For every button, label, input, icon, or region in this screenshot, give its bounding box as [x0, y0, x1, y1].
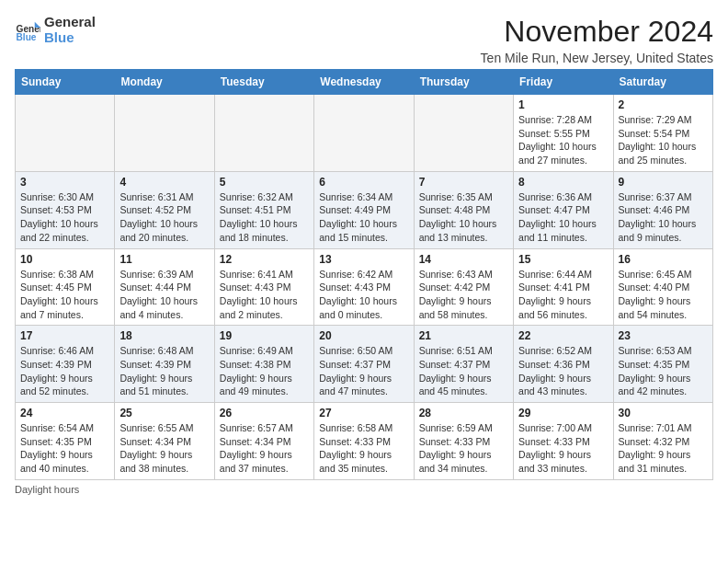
page-header: General Blue General Blue November 2024 … [15, 15, 713, 65]
day-number: 21 [419, 329, 508, 342]
calendar-header-monday: Monday [115, 70, 214, 95]
day-number: 17 [20, 329, 109, 342]
month-title: November 2024 [481, 15, 713, 49]
day-number: 3 [20, 176, 109, 189]
day-info: Sunrise: 6:44 AMSunset: 4:41 PMDaylight:… [518, 268, 608, 322]
calendar-day-cell [214, 95, 313, 172]
day-number: 29 [518, 407, 608, 419]
day-info: Sunrise: 7:28 AMSunset: 5:55 PMDaylight:… [518, 113, 608, 167]
day-number: 28 [419, 407, 508, 419]
day-info: Sunrise: 6:53 AMSunset: 4:35 PMDaylight:… [619, 344, 708, 398]
day-info: Sunrise: 6:41 AMSunset: 4:43 PMDaylight:… [220, 268, 309, 322]
calendar-header-wednesday: Wednesday [314, 70, 414, 95]
day-info: Sunrise: 6:37 AMSunset: 4:46 PMDaylight:… [619, 190, 708, 245]
footer-note: Daylight hours [15, 484, 713, 495]
day-info: Sunrise: 6:49 AMSunset: 4:38 PMDaylight:… [220, 344, 309, 398]
day-info: Sunrise: 6:57 AMSunset: 4:34 PMDaylight:… [220, 421, 309, 476]
day-number: 10 [20, 253, 109, 266]
calendar-day-cell: 28Sunrise: 6:59 AMSunset: 4:33 PMDayligh… [414, 403, 513, 480]
day-info: Sunrise: 6:38 AMSunset: 4:45 PMDaylight:… [20, 268, 109, 322]
calendar-day-cell: 18Sunrise: 6:48 AMSunset: 4:39 PMDayligh… [115, 326, 214, 403]
calendar-day-cell: 10Sunrise: 6:38 AMSunset: 4:45 PMDayligh… [16, 248, 115, 326]
calendar-day-cell: 26Sunrise: 6:57 AMSunset: 4:34 PMDayligh… [214, 403, 313, 480]
day-info: Sunrise: 6:39 AMSunset: 4:44 PMDaylight:… [119, 268, 209, 322]
day-info: Sunrise: 6:30 AMSunset: 4:53 PMDaylight:… [20, 190, 109, 245]
calendar-day-cell: 29Sunrise: 7:00 AMSunset: 4:33 PMDayligh… [514, 403, 613, 480]
day-number: 26 [220, 407, 309, 419]
title-area: November 2024 Ten Mile Run, New Jersey, … [481, 15, 713, 65]
calendar-day-cell: 21Sunrise: 6:51 AMSunset: 4:37 PMDayligh… [414, 326, 513, 403]
day-info: Sunrise: 6:54 AMSunset: 4:35 PMDaylight:… [20, 421, 109, 476]
day-info: Sunrise: 6:55 AMSunset: 4:34 PMDaylight:… [119, 421, 209, 476]
calendar-day-cell: 4Sunrise: 6:31 AMSunset: 4:52 PMDaylight… [115, 171, 214, 248]
calendar-day-cell: 5Sunrise: 6:32 AMSunset: 4:51 PMDaylight… [214, 171, 313, 248]
location-title: Ten Mile Run, New Jersey, United States [481, 51, 713, 65]
calendar-day-cell: 2Sunrise: 7:29 AMSunset: 5:54 PMDaylight… [613, 95, 712, 172]
day-number: 25 [119, 407, 209, 419]
day-number: 16 [619, 253, 708, 266]
day-number: 1 [518, 98, 608, 111]
calendar-day-cell: 22Sunrise: 6:52 AMSunset: 4:36 PMDayligh… [514, 326, 613, 403]
calendar-header-saturday: Saturday [613, 70, 712, 95]
calendar-day-cell: 17Sunrise: 6:46 AMSunset: 4:39 PMDayligh… [16, 326, 115, 403]
day-number: 4 [119, 176, 209, 189]
day-info: Sunrise: 6:42 AMSunset: 4:43 PMDaylight:… [319, 268, 408, 322]
day-info: Sunrise: 6:43 AMSunset: 4:42 PMDaylight:… [419, 268, 508, 322]
calendar-day-cell [414, 95, 513, 172]
day-info: Sunrise: 6:50 AMSunset: 4:37 PMDaylight:… [319, 344, 408, 398]
calendar-header-sunday: Sunday [16, 70, 115, 95]
day-number: 18 [119, 329, 209, 342]
day-info: Sunrise: 6:48 AMSunset: 4:39 PMDaylight:… [119, 344, 209, 398]
calendar-day-cell [314, 95, 414, 172]
day-number: 5 [220, 176, 309, 189]
calendar-table: SundayMondayTuesdayWednesdayThursdayFrid… [15, 69, 713, 480]
calendar-day-cell: 8Sunrise: 6:36 AMSunset: 4:47 PMDaylight… [514, 171, 613, 248]
calendar-day-cell [16, 95, 115, 172]
day-info: Sunrise: 6:34 AMSunset: 4:49 PMDaylight:… [319, 190, 408, 245]
calendar-header-thursday: Thursday [414, 70, 513, 95]
calendar-day-cell: 19Sunrise: 6:49 AMSunset: 4:38 PMDayligh… [214, 326, 313, 403]
calendar-day-cell: 27Sunrise: 6:58 AMSunset: 4:33 PMDayligh… [314, 403, 414, 480]
logo-line2: Blue [44, 30, 96, 46]
day-number: 8 [518, 176, 608, 189]
calendar-day-cell [115, 95, 214, 172]
day-number: 22 [518, 329, 608, 342]
day-info: Sunrise: 7:29 AMSunset: 5:54 PMDaylight:… [619, 113, 708, 167]
day-number: 6 [319, 176, 408, 189]
calendar-day-cell: 9Sunrise: 6:37 AMSunset: 4:46 PMDaylight… [613, 171, 712, 248]
day-number: 9 [619, 176, 708, 189]
day-info: Sunrise: 6:45 AMSunset: 4:40 PMDaylight:… [619, 268, 708, 322]
day-number: 11 [119, 253, 209, 266]
day-number: 14 [419, 253, 508, 266]
day-info: Sunrise: 6:59 AMSunset: 4:33 PMDaylight:… [419, 421, 508, 476]
day-info: Sunrise: 6:35 AMSunset: 4:48 PMDaylight:… [419, 190, 508, 245]
day-info: Sunrise: 7:00 AMSunset: 4:33 PMDaylight:… [518, 421, 608, 476]
day-info: Sunrise: 6:32 AMSunset: 4:51 PMDaylight:… [220, 190, 309, 245]
day-number: 30 [619, 407, 708, 419]
calendar-header-friday: Friday [514, 70, 613, 95]
calendar-day-cell: 6Sunrise: 6:34 AMSunset: 4:49 PMDaylight… [314, 171, 414, 248]
calendar-day-cell: 24Sunrise: 6:54 AMSunset: 4:35 PMDayligh… [16, 403, 115, 480]
day-info: Sunrise: 6:46 AMSunset: 4:39 PMDaylight:… [20, 344, 109, 398]
day-number: 7 [419, 176, 508, 189]
day-number: 27 [319, 407, 408, 419]
day-number: 13 [319, 253, 408, 266]
calendar-day-cell: 14Sunrise: 6:43 AMSunset: 4:42 PMDayligh… [414, 248, 513, 326]
day-info: Sunrise: 6:52 AMSunset: 4:36 PMDaylight:… [518, 344, 608, 398]
logo-line1: General [44, 15, 96, 30]
day-number: 2 [619, 98, 708, 111]
day-info: Sunrise: 6:51 AMSunset: 4:37 PMDaylight:… [419, 344, 508, 398]
logo: General Blue General Blue [15, 15, 96, 45]
day-number: 20 [319, 329, 408, 342]
calendar-week-4: 17Sunrise: 6:46 AMSunset: 4:39 PMDayligh… [16, 326, 713, 403]
day-number: 12 [220, 253, 309, 266]
calendar-day-cell: 12Sunrise: 6:41 AMSunset: 4:43 PMDayligh… [214, 248, 313, 326]
day-info: Sunrise: 6:31 AMSunset: 4:52 PMDaylight:… [119, 190, 209, 245]
calendar-day-cell: 1Sunrise: 7:28 AMSunset: 5:55 PMDaylight… [514, 95, 613, 172]
calendar-header-tuesday: Tuesday [214, 70, 313, 95]
day-info: Sunrise: 6:58 AMSunset: 4:33 PMDaylight:… [319, 421, 408, 476]
calendar-week-3: 10Sunrise: 6:38 AMSunset: 4:45 PMDayligh… [16, 248, 713, 326]
logo-icon: General Blue [15, 17, 40, 43]
calendar-day-cell: 7Sunrise: 6:35 AMSunset: 4:48 PMDaylight… [414, 171, 513, 248]
day-number: 24 [20, 407, 109, 419]
